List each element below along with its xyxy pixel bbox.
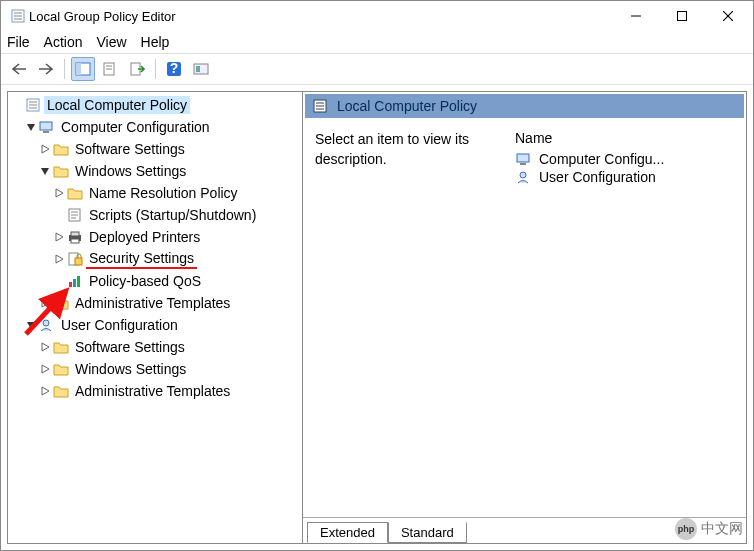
properties-button[interactable] (98, 57, 122, 81)
user-icon (38, 317, 56, 333)
policy-icon (24, 97, 42, 113)
tree-pane[interactable]: Local Computer PolicyComputer Configurat… (7, 91, 303, 544)
show-hide-tree-button[interactable] (71, 57, 95, 81)
expand-collapse-icon[interactable] (38, 144, 52, 154)
list-item[interactable]: Computer Configu... (515, 150, 734, 168)
svg-rect-35 (77, 276, 80, 287)
tree-item-label: Administrative Templates (72, 382, 233, 400)
menubar: File Action View Help (1, 31, 753, 53)
tree-item-label: Local Computer Policy (44, 96, 190, 114)
tree-item-software-settings[interactable]: Software Settings (10, 138, 300, 160)
svg-rect-17 (196, 66, 200, 72)
tree-item-administrative-templates[interactable]: Administrative Templates (10, 292, 300, 314)
help-button[interactable]: ? (162, 57, 186, 81)
toolbar-separator (155, 59, 156, 79)
filter-button[interactable] (189, 57, 213, 81)
column-header-name[interactable]: Name (515, 130, 734, 146)
tree-item-windows-settings[interactable]: Windows Settings (10, 358, 300, 380)
expand-collapse-icon[interactable] (38, 364, 52, 374)
tree-item-name-resolution-policy[interactable]: Name Resolution Policy (10, 182, 300, 204)
titlebar: Local Group Policy Editor (1, 1, 753, 31)
svg-rect-30 (71, 239, 79, 243)
tree-item-deployed-printers[interactable]: Deployed Printers (10, 226, 300, 248)
tree-item-label: Policy-based QoS (86, 272, 204, 290)
folder-icon (66, 185, 84, 201)
tab-standard[interactable]: Standard (388, 522, 467, 543)
expand-collapse-icon[interactable] (52, 188, 66, 198)
list-item[interactable]: User Configuration (515, 168, 734, 186)
detail-header: Local Computer Policy (305, 94, 744, 118)
detail-body: Select an item to view its description. … (303, 120, 746, 517)
tree-item-local-computer-policy[interactable]: Local Computer Policy (10, 94, 300, 116)
svg-rect-34 (73, 279, 76, 287)
tree-item-label: Software Settings (72, 140, 188, 158)
expand-collapse-icon[interactable] (38, 342, 52, 352)
folder-icon (52, 383, 70, 399)
menu-help[interactable]: Help (141, 34, 170, 50)
back-button[interactable] (7, 57, 31, 81)
svg-rect-22 (40, 122, 52, 130)
policy-icon (311, 98, 329, 114)
detail-list: Name Computer Configu...User Configurati… (515, 130, 734, 507)
expand-collapse-icon[interactable] (24, 320, 38, 330)
user-icon (515, 169, 533, 185)
tree-item-software-settings[interactable]: Software Settings (10, 336, 300, 358)
qos-icon (66, 273, 84, 289)
security-icon (66, 251, 84, 267)
svg-rect-42 (520, 163, 526, 165)
svg-rect-33 (69, 282, 72, 287)
expand-collapse-icon[interactable] (38, 386, 52, 396)
folder-icon (52, 361, 70, 377)
tree-item-computer-configuration[interactable]: Computer Configuration (10, 116, 300, 138)
export-button[interactable] (125, 57, 149, 81)
tree-item-label: Windows Settings (72, 360, 189, 378)
watermark-text: 中文网 (701, 520, 743, 538)
tree-item-label: Computer Configuration (58, 118, 213, 136)
expand-collapse-icon[interactable] (52, 254, 66, 264)
svg-text:?: ? (170, 61, 179, 76)
tree-item-policy-based-qos[interactable]: Policy-based QoS (10, 270, 300, 292)
minimize-button[interactable] (613, 1, 659, 31)
svg-rect-29 (71, 232, 79, 236)
menu-file[interactable]: File (7, 34, 30, 50)
tree-item-scripts-startup-shutdown-[interactable]: Scripts (Startup/Shutdown) (10, 204, 300, 226)
tree-item-user-configuration[interactable]: User Configuration (10, 314, 300, 336)
svg-rect-5 (678, 12, 687, 21)
tree-item-label: Deployed Printers (86, 228, 203, 246)
menu-action[interactable]: Action (44, 34, 83, 50)
forward-button[interactable] (34, 57, 58, 81)
tree-item-label: Windows Settings (72, 162, 189, 180)
expand-collapse-icon[interactable] (38, 166, 52, 176)
expand-collapse-icon[interactable] (52, 232, 66, 242)
folder-icon (52, 163, 70, 179)
printer-icon (66, 229, 84, 245)
expand-collapse-icon[interactable] (38, 298, 52, 308)
script-icon (66, 207, 84, 223)
tree-item-label: Administrative Templates (72, 294, 233, 312)
tree-item-security-settings[interactable]: Security Settings (10, 248, 300, 270)
tree-item-label: User Configuration (58, 316, 181, 334)
list-item-label: Computer Configu... (539, 151, 664, 167)
computer-icon (38, 119, 56, 135)
svg-rect-9 (76, 63, 81, 75)
computer-icon (515, 151, 533, 167)
maximize-button[interactable] (659, 1, 705, 31)
tab-extended[interactable]: Extended (307, 522, 388, 543)
local-group-policy-editor-window: Local Group Policy Editor File Action Vi… (0, 0, 754, 551)
svg-point-36 (43, 320, 49, 326)
toolbar: ? (1, 53, 753, 85)
svg-point-43 (520, 172, 526, 178)
menu-view[interactable]: View (96, 34, 126, 50)
folder-icon (52, 339, 70, 355)
content-area: Local Computer PolicyComputer Configurat… (1, 85, 753, 550)
detail-header-title: Local Computer Policy (337, 98, 477, 114)
svg-rect-41 (517, 154, 529, 162)
tree-item-label: Software Settings (72, 338, 188, 356)
tree-item-windows-settings[interactable]: Windows Settings (10, 160, 300, 182)
tree-item-label: Name Resolution Policy (86, 184, 241, 202)
close-button[interactable] (705, 1, 751, 31)
window-title: Local Group Policy Editor (29, 9, 613, 24)
expand-collapse-icon[interactable] (24, 122, 38, 132)
list-item-label: User Configuration (539, 169, 656, 185)
tree-item-administrative-templates[interactable]: Administrative Templates (10, 380, 300, 402)
